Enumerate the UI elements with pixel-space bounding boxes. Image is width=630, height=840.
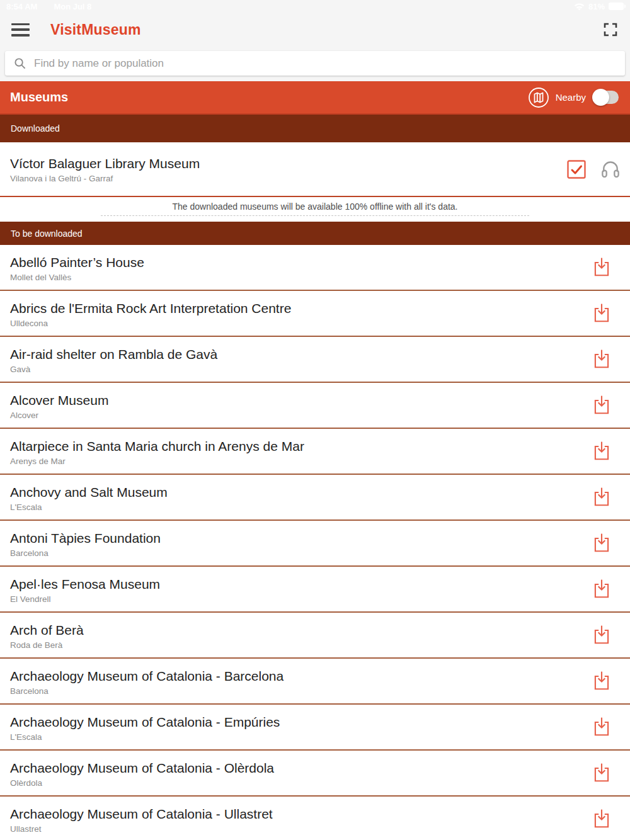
download-icon[interactable]: [593, 303, 610, 324]
download-icon[interactable]: [593, 441, 610, 462]
download-icon[interactable]: [593, 809, 610, 829]
download-icon[interactable]: [593, 533, 610, 553]
museum-list-item[interactable]: Altarpiece in Santa Maria church in Aren…: [0, 429, 630, 475]
museum-list-item[interactable]: Air-raid shelter on Rambla de Gavà Gavà: [0, 337, 630, 383]
downloaded-checkbox-icon[interactable]: [567, 160, 586, 179]
map-icon[interactable]: [528, 87, 549, 108]
museum-location: Olèrdola: [10, 778, 593, 788]
status-time: 8:54 AM: [6, 2, 37, 11]
status-bar: 8:54 AM Mon Jul 8 81%: [0, 0, 630, 13]
museum-name: Archaeology Museum of Catalonia - Ullast…: [10, 806, 593, 822]
museum-list: Abelló Painter’s House Mollet del Vallès…: [0, 245, 630, 840]
museum-name: Víctor Balaguer Library Museum: [10, 156, 567, 172]
museum-location: Roda de Berà: [10, 640, 593, 650]
museum-name: Antoni Tàpies Foundation: [10, 530, 593, 547]
museum-location: Barcelona: [10, 686, 593, 696]
museum-list-item[interactable]: Archaeology Museum of Catalonia - Ullast…: [0, 797, 630, 840]
download-icon[interactable]: [593, 349, 610, 370]
museum-list-item[interactable]: Anchovy and Salt Museum L'Escala: [0, 475, 630, 521]
museum-location: Vilanova i la Geltrú - Garraf: [10, 174, 567, 183]
museum-location: Alcover: [10, 411, 593, 420]
museum-name: Air-raid shelter on Rambla de Gavà: [10, 346, 593, 363]
museum-location: Arenys de Mar: [10, 457, 593, 466]
app-bar: VisitMuseum: [0, 13, 630, 47]
museum-list-item[interactable]: Archaeology Museum of Catalonia - Olèrdo…: [0, 751, 630, 797]
museum-name: Alcover Museum: [10, 392, 593, 409]
museum-list-item[interactable]: Antoni Tàpies Foundation Barcelona: [0, 521, 630, 567]
museum-location: Ulldecona: [10, 319, 593, 328]
museum-list-item[interactable]: Archaeology Museum of Catalonia - Barcel…: [0, 659, 630, 705]
museum-list-item[interactable]: Arch of Berà Roda de Berà: [0, 613, 630, 659]
download-icon[interactable]: [593, 257, 610, 278]
museum-location: Mollet del Vallès: [10, 273, 593, 282]
download-icon[interactable]: [593, 579, 610, 599]
museum-name: Arch of Berà: [10, 622, 593, 639]
download-icon[interactable]: [593, 671, 610, 691]
dashed-divider: [101, 215, 529, 216]
download-icon[interactable]: [593, 763, 610, 783]
search-input[interactable]: [34, 57, 616, 70]
nearby-label: Nearby: [556, 92, 586, 103]
offline-info-strip: The downloaded museums will be available…: [0, 197, 630, 222]
museum-name: Anchovy and Salt Museum: [10, 484, 593, 501]
museum-location: Gavà: [10, 365, 593, 374]
battery-percent: 81%: [588, 2, 605, 11]
museum-name: Archaeology Museum of Catalonia - Empúri…: [10, 714, 593, 730]
download-icon[interactable]: [593, 487, 610, 508]
downloaded-museum-row[interactable]: Víctor Balaguer Library Museum Vilanova …: [0, 142, 630, 196]
download-icon[interactable]: [593, 625, 610, 645]
museum-list-item[interactable]: Abelló Painter’s House Mollet del Vallès: [0, 245, 630, 291]
museum-location: L'Escala: [10, 732, 593, 742]
page-title: Museums: [10, 90, 68, 105]
download-icon[interactable]: [593, 717, 610, 737]
audio-guide-icon[interactable]: [600, 159, 621, 179]
menu-icon[interactable]: [11, 23, 30, 37]
wifi-icon: [574, 3, 585, 11]
museum-name: Altarpiece in Santa Maria church in Aren…: [10, 438, 593, 455]
museum-name: Abelló Painter’s House: [10, 254, 593, 271]
museum-name: Apel·les Fenosa Museum: [10, 576, 593, 593]
museum-list-item[interactable]: Archaeology Museum of Catalonia - Empúri…: [0, 705, 630, 751]
museum-name: Archaeology Museum of Catalonia - Olèrdo…: [10, 760, 593, 776]
toggle-knob: [592, 89, 609, 106]
battery-icon: [609, 3, 624, 10]
museum-list-item[interactable]: Alcover Museum Alcover: [0, 383, 630, 429]
status-date: Mon Jul 8: [54, 2, 91, 11]
section-header-to-be-downloaded: To be downloaded: [0, 222, 630, 245]
museum-location: L'Escala: [10, 502, 593, 512]
offline-info-text: The downloaded museums will be available…: [0, 201, 630, 212]
app-title: VisitMuseum: [50, 21, 141, 38]
museum-name: Abrics de l'Ermita Rock Art Interpretati…: [10, 300, 593, 317]
search-zone: [0, 47, 630, 81]
section-header-downloaded: Downloaded: [0, 115, 630, 142]
nearby-toggle[interactable]: [593, 91, 619, 104]
app-screen: 8:54 AM Mon Jul 8 81% VisitMuseum: [0, 0, 630, 840]
search-bar[interactable]: [5, 51, 625, 76]
museum-location: Ullastret: [10, 824, 593, 834]
fullscreen-icon[interactable]: [602, 21, 619, 38]
museum-list-item[interactable]: Apel·les Fenosa Museum El Vendrell: [0, 567, 630, 613]
download-icon[interactable]: [593, 395, 610, 416]
search-icon: [14, 57, 26, 69]
museum-location: Barcelona: [10, 548, 593, 558]
museum-name: Archaeology Museum of Catalonia - Barcel…: [10, 668, 593, 684]
museums-header-bar: Museums Nearby: [0, 81, 630, 115]
museum-location: El Vendrell: [10, 594, 593, 604]
museum-list-item[interactable]: Abrics de l'Ermita Rock Art Interpretati…: [0, 291, 630, 337]
